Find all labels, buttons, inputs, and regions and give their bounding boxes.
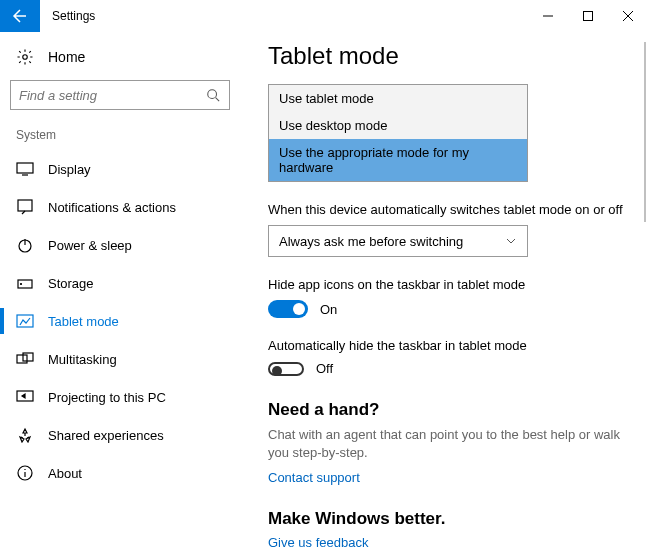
dropdown-option[interactable]: Use tablet mode [269,85,527,112]
svg-rect-4 [18,200,32,211]
sidebar-item-projecting[interactable]: Projecting to this PC [10,378,230,416]
auto-hide-label: Automatically hide the taskbar in tablet… [268,338,626,353]
sidebar-item-multitasking[interactable]: Multitasking [10,340,230,378]
sidebar-item-storage[interactable]: Storage [10,264,230,302]
tablet-icon [16,312,34,330]
contact-support-link[interactable]: Contact support [268,470,626,485]
svg-rect-9 [17,355,27,363]
display-icon [16,160,34,178]
dropdown-option-selected[interactable]: Use the appropriate mode for my hardware [269,139,527,181]
hide-icons-toggle[interactable] [268,300,308,318]
auto-switch-value: Always ask me before switching [279,234,463,249]
storage-icon [16,274,34,292]
content-area: Tablet mode Use tablet mode Use desktop … [240,32,648,549]
notifications-icon [16,198,34,216]
auto-hide-state: Off [316,361,333,376]
projecting-icon [16,388,34,406]
sidebar-group-header: System [10,128,230,150]
help-heading: Need a hand? [268,400,626,420]
feedback-link[interactable]: Give us feedback [268,535,626,549]
svg-point-2 [208,90,217,99]
minimize-button[interactable] [528,0,568,32]
svg-rect-8 [17,315,33,327]
svg-rect-10 [23,353,33,361]
chevron-down-icon [505,235,517,247]
hide-icons-label: Hide app icons on the taskbar in tablet … [268,277,626,292]
help-text: Chat with an agent that can point you to… [268,426,626,462]
close-button[interactable] [608,0,648,32]
home-label: Home [48,49,85,65]
sidebar-item-shared[interactable]: Shared experiences [10,416,230,454]
hide-icons-state: On [320,302,337,317]
sidebar: Home System Display Notifications & acti… [0,32,240,549]
multitasking-icon [16,350,34,368]
search-box[interactable] [10,80,230,110]
svg-point-1 [23,55,28,60]
auto-switch-label: When this device automatically switches … [268,202,626,217]
sidebar-item-about[interactable]: About [10,454,230,492]
home-button[interactable]: Home [10,40,230,80]
info-icon [16,464,34,482]
sidebar-item-notifications[interactable]: Notifications & actions [10,188,230,226]
title-bar: Settings [0,0,648,32]
sidebar-item-tablet-mode[interactable]: Tablet mode [10,302,230,340]
svg-rect-3 [17,163,33,173]
sidebar-item-display[interactable]: Display [10,150,230,188]
auto-switch-dropdown[interactable]: Always ask me before switching [268,225,528,257]
window-title: Settings [40,0,107,32]
feedback-heading: Make Windows better. [268,509,626,529]
signin-mode-dropdown[interactable]: Use tablet mode Use desktop mode Use the… [268,84,528,182]
shared-icon [16,426,34,444]
dropdown-option[interactable]: Use desktop mode [269,112,527,139]
power-icon [16,236,34,254]
search-input[interactable] [19,88,205,103]
page-title: Tablet mode [268,42,626,70]
svg-point-7 [21,284,22,285]
gear-icon [16,48,34,66]
search-icon [205,87,221,103]
auto-hide-toggle[interactable] [268,362,304,376]
sidebar-item-power[interactable]: Power & sleep [10,226,230,264]
svg-rect-0 [584,12,593,21]
scrollbar[interactable] [644,42,646,222]
back-button[interactable] [0,0,40,32]
maximize-button[interactable] [568,0,608,32]
